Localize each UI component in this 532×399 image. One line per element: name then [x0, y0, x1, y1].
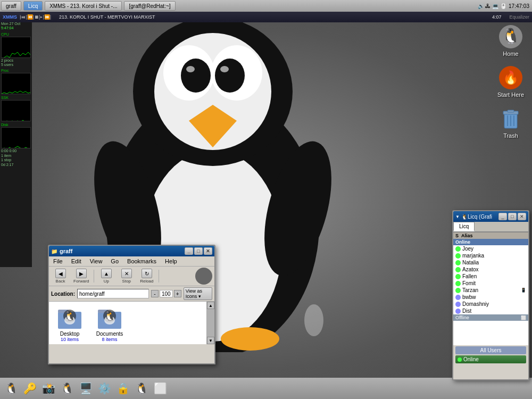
graff-reload-btn[interactable]: ↻ Reload [137, 268, 156, 285]
bottom-icon-3[interactable]: 🐧 [59, 380, 76, 397]
scroll-track[interactable] [207, 309, 214, 337]
svg-point-14 [221, 327, 279, 351]
documents-folder-name: Documents [96, 331, 123, 337]
scroll-down-btn[interactable]: ▼ [207, 337, 214, 344]
licq-window: ▼ 🐧 Licq (Grafi _ □ ✕ Licq S Alias Onlin… [452, 210, 529, 380]
svg-text:🔥: 🔥 [503, 70, 519, 85]
svg-point-9 [220, 66, 229, 72]
graff-stop-btn[interactable]: ✕ Stop [117, 268, 136, 285]
fallen-status-dot [455, 274, 461, 279]
licq-maximize-btn[interactable]: □ [508, 213, 517, 220]
licq-offline-section: Offline ⬜ [453, 314, 528, 321]
graff-menu-help[interactable]: Help [163, 257, 179, 265]
licq-user-bwbw[interactable]: bwbw [453, 294, 528, 301]
disk-label: Disk [1, 123, 31, 127]
svg-point-7 [215, 59, 245, 93]
graff-menu-file[interactable]: File [51, 257, 65, 265]
taskbar-top: graff Licq XMMS - 213. Korol i Shut -...… [0, 0, 532, 12]
licq-user-domashniy[interactable]: Domashniy [453, 301, 528, 307]
cpu-graph [1, 37, 31, 58]
svg-point-6 [181, 59, 211, 93]
graff-menu-edit[interactable]: Edit [69, 257, 84, 265]
licq-close-btn[interactable]: ✕ [518, 213, 526, 220]
graff-menu-go[interactable]: Go [109, 257, 121, 265]
system-icons: 🔊 🖧 💻 🖱️ [478, 3, 506, 9]
zoom-minus-btn[interactable]: - [151, 290, 159, 297]
licq-btn-label: Licq [28, 3, 38, 9]
licq-all-users-btn[interactable]: All Users [455, 346, 526, 354]
bottom-icon-4[interactable]: 🖥️ [77, 380, 94, 397]
zoom-value: 100 [160, 290, 173, 297]
graff-scrollbar[interactable]: ▲ ▼ [206, 302, 214, 344]
bottom-icon-0[interactable]: 🐧 [3, 380, 20, 397]
licq-titlebar[interactable]: ▼ 🐧 Licq (Grafi _ □ ✕ [453, 211, 528, 222]
bottom-icon-8[interactable]: ⬜ [152, 380, 169, 397]
view-as-icons-select[interactable]: View as Icons ▾ [184, 287, 212, 300]
taskbar-btn-graff[interactable]: graff [1, 1, 21, 11]
licq-bottom: All Users Online [453, 345, 528, 364]
zoom-plus-btn[interactable]: + [174, 290, 181, 297]
licq-online-toggle[interactable]: Online [455, 355, 526, 363]
bwbw-name: bwbw [462, 294, 526, 300]
zoom-ctrl: - 100 + [151, 290, 181, 297]
desktop: graff Licq XMMS - 213. Korol i Shut -...… [0, 0, 532, 399]
graff-up-btn[interactable]: ▲ Up [97, 268, 115, 285]
scroll-up-btn[interactable]: ▲ [207, 302, 214, 309]
licq-list-header: S Alias [453, 232, 528, 239]
graff-maximize-btn[interactable]: □ [194, 247, 203, 255]
licq-user-marjanka[interactable]: marjanka [453, 252, 528, 259]
clock: 17:47:03 [509, 3, 529, 9]
bottom-icon-1[interactable]: 🔑 [21, 380, 38, 397]
graff-title: graff [60, 248, 72, 254]
desktop-icon-starthere[interactable]: 🔥 Start Here [492, 65, 529, 98]
sysmon-extra: 0:00 0:001 item1 stop0d 2:17 [1, 149, 31, 167]
licq-user-dist[interactable]: Dist [453, 307, 528, 314]
online-label: Online [463, 356, 479, 362]
dist-status-dot [455, 309, 461, 314]
offline-label: Offline [455, 315, 469, 320]
taskbar-btn-licq[interactable]: Licq [23, 1, 43, 11]
xmms-track: 213. KOROL I SHUT - MERTVOYI MARXIST [59, 14, 155, 20]
licq-user-list[interactable]: Online Joey marjanka Natalia Azatox Fall… [453, 239, 528, 345]
disk-graph [1, 127, 31, 148]
desktop-icon-trash[interactable]: Trash [492, 106, 529, 139]
bottom-icon-2[interactable]: 📸 [40, 380, 57, 397]
graff-forward-btn[interactable]: ▶ Forward [71, 268, 91, 285]
forward-icon: ▶ [76, 269, 87, 278]
bottom-icon-6[interactable]: 🔒 [114, 380, 131, 397]
up-icon: ▲ [101, 269, 112, 278]
domashniy-status-dot [455, 302, 461, 307]
xmms-controls: |⏮|⏪|⏹|▶|⏩| [20, 14, 51, 20]
graff-close-btn[interactable]: ✕ [204, 247, 212, 255]
licq-title-text: Licq (Grafi [468, 214, 492, 220]
svg-point-8 [186, 66, 195, 72]
licq-user-azatox[interactable]: Azatox [453, 266, 528, 273]
taskbar-btn-terminal[interactable]: [graff@RedHat:~] [124, 1, 175, 11]
taskbar-btn-xmms[interactable]: XMMS - 213. Korol i Shut -... [45, 1, 122, 11]
file-icon-documents[interactable]: 🐧 Documents 8 items [91, 304, 128, 344]
desktop-icon-home[interactable]: 🐧 Home [492, 24, 529, 57]
licq-online-section: Online [453, 239, 528, 245]
licq-user-natalia[interactable]: Natalia [453, 259, 528, 266]
bottom-icon-7[interactable]: 🐧 [133, 380, 150, 397]
trash-icon [498, 106, 523, 131]
graff-menu-bookmarks[interactable]: Bookmarks [125, 257, 159, 265]
graff-menu-view[interactable]: View [88, 257, 105, 265]
graff-minimize-btn[interactable]: _ [185, 247, 193, 255]
file-icon-desktop[interactable]: 🐧 Desktop 10 items [51, 304, 88, 344]
cpu-label: CPU [1, 32, 31, 36]
location-input[interactable] [77, 289, 149, 298]
licq-user-tarzan[interactable]: Tarzan 📱 [453, 287, 528, 294]
home-icon-label: Home [503, 51, 518, 57]
bottom-icon-5[interactable]: ⚙️ [96, 380, 113, 397]
graff-back-btn[interactable]: ◀ Back [51, 268, 70, 285]
graff-titlebar[interactable]: 📁 graff _ □ ✕ [49, 246, 214, 256]
licq-user-fomit[interactable]: Fomit [453, 280, 528, 287]
documents-folder-icon: 🐧 [97, 305, 122, 331]
licq-minimize-btn[interactable]: _ [498, 213, 507, 220]
graff-menubar: File Edit View Go Bookmarks Help [49, 256, 214, 267]
licq-user-fallen[interactable]: Fallen [453, 273, 528, 280]
licq-tab-main[interactable]: Licq [453, 222, 475, 231]
licq-user-joey[interactable]: Joey [453, 245, 528, 252]
licq-col-alias: Alias [461, 233, 473, 238]
